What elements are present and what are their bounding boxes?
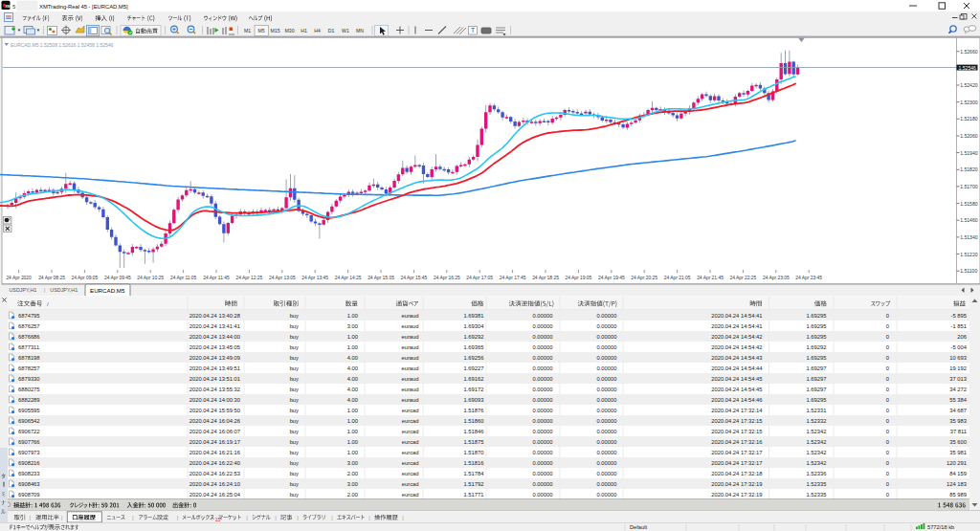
svg-text:1.52342: 1.52342 <box>807 439 827 445</box>
svg-text:35 600: 35 600 <box>949 439 967 445</box>
svg-text:24 Apr 13:05: 24 Apr 13:05 <box>269 276 296 280</box>
svg-text:XM: XM <box>5 5 11 9</box>
svg-text:0.00000: 0.00000 <box>533 408 553 413</box>
svg-text:6906542: 6906542 <box>18 418 40 424</box>
svg-text:2020.04.24 13:44:00: 2020.04.24 13:44:00 <box>189 334 240 340</box>
svg-text:|: | <box>44 287 45 293</box>
svg-text:buy: buy <box>290 481 299 487</box>
svg-text:buy: buy <box>290 344 299 350</box>
svg-text:6907973: 6907973 <box>18 450 40 455</box>
svg-text:0: 0 <box>886 365 889 371</box>
svg-text:0: 0 <box>886 481 889 487</box>
svg-text:0.00000: 0.00000 <box>597 450 617 455</box>
svg-text:6882289: 6882289 <box>18 397 40 403</box>
svg-text:EURCAD,M5 1.52508 1.52616 1.5: EURCAD,M5 1.52508 1.52616 1.52458 1.5254… <box>11 42 114 48</box>
svg-text:6880275: 6880275 <box>18 387 40 392</box>
svg-text:2020.04.24 16:04:26: 2020.04.24 16:04:26 <box>189 418 240 424</box>
svg-text:2020.04.24 14:54:42: 2020.04.24 14:54:42 <box>711 344 762 350</box>
svg-text:0: 0 <box>886 418 889 424</box>
svg-text:85 989: 85 989 <box>949 492 967 498</box>
svg-text:0.00000: 0.00000 <box>533 397 553 403</box>
svg-text:2020.04.24 16:19:17: 2020.04.24 16:19:17 <box>189 439 240 445</box>
svg-text:1.51816: 1.51816 <box>464 460 484 466</box>
svg-text:buy: buy <box>290 387 299 392</box>
svg-text:35 983: 35 983 <box>949 418 967 424</box>
svg-text:1.52342: 1.52342 <box>807 450 827 455</box>
svg-text:0: 0 <box>886 334 889 340</box>
svg-text:0: 0 <box>886 387 889 392</box>
svg-text:2020.04.24 13:41:41: 2020.04.24 13:41:41 <box>189 323 240 329</box>
svg-text:2020.04.24 13:49:51: 2020.04.24 13:49:51 <box>189 365 240 371</box>
svg-text:0.00000: 0.00000 <box>597 439 617 445</box>
svg-text:2020.04.24 17:32:19: 2020.04.24 17:32:19 <box>711 481 762 487</box>
svg-text:2020.04.24 14:54:41: 2020.04.24 14:54:41 <box>711 323 762 329</box>
svg-text:0.00000: 0.00000 <box>597 334 617 340</box>
svg-text:4.00: 4.00 <box>347 387 358 392</box>
svg-text:USDJPY,H1: USDJPY,H1 <box>9 287 36 293</box>
svg-text:1.69295: 1.69295 <box>807 323 827 329</box>
svg-text:1.51771: 1.51771 <box>464 492 484 498</box>
svg-text:1.51940: 1.51940 <box>960 150 978 156</box>
svg-text:24 Apr 17:45: 24 Apr 17:45 <box>500 276 526 280</box>
svg-text:35 981: 35 981 <box>949 450 967 455</box>
svg-text:buy: buy <box>290 471 299 476</box>
svg-text:1.69093: 1.69093 <box>464 397 484 403</box>
svg-text:2020.04.24 17:32:15: 2020.04.24 17:32:15 <box>711 429 762 434</box>
svg-text:euraud: euraud <box>401 376 418 382</box>
svg-text:24 Apr 17:05: 24 Apr 17:05 <box>466 276 493 280</box>
svg-text:buy: buy <box>290 429 299 434</box>
svg-text:0.00000: 0.00000 <box>533 387 553 392</box>
svg-text:3.00: 3.00 <box>347 323 358 329</box>
svg-text:-5 004: -5 004 <box>951 344 968 350</box>
svg-text:4.00: 4.00 <box>347 376 358 382</box>
svg-text:euraud: euraud <box>401 344 418 350</box>
svg-text:D1: D1 <box>328 28 335 33</box>
svg-text:6908709: 6908709 <box>18 492 40 498</box>
svg-text:0: 0 <box>886 323 889 329</box>
svg-text:4.00: 4.00 <box>347 355 358 361</box>
svg-text:1.51340: 1.51340 <box>960 234 978 240</box>
svg-text:0: 0 <box>886 344 889 350</box>
svg-text:1.52342: 1.52342 <box>807 429 827 434</box>
svg-text:24 Apr 12:25: 24 Apr 12:25 <box>236 276 263 280</box>
svg-text:1.69295: 1.69295 <box>807 355 827 361</box>
svg-text:1.00: 1.00 <box>347 439 358 445</box>
svg-text:6906722: 6906722 <box>18 429 40 434</box>
svg-text:24 Apr 20:25: 24 Apr 20:25 <box>631 276 657 280</box>
svg-text:1.52336: 1.52336 <box>807 471 827 476</box>
svg-text:1.00: 1.00 <box>347 429 358 434</box>
svg-text:6876257: 6876257 <box>18 323 40 329</box>
svg-text:euraud: euraud <box>401 355 418 361</box>
svg-text:37 013: 37 013 <box>949 376 967 382</box>
svg-text:euraud: euraud <box>401 323 418 329</box>
svg-text:1.69295: 1.69295 <box>807 334 827 340</box>
svg-text:H1: H1 <box>301 28 307 33</box>
svg-text:2020.04.24 17:32:14: 2020.04.24 17:32:14 <box>711 408 763 413</box>
svg-text:H4: H4 <box>314 28 321 33</box>
svg-text:eurcad: eurcad <box>402 418 419 424</box>
svg-text:1.69295: 1.69295 <box>807 397 827 403</box>
svg-text:eurcad: eurcad <box>402 408 419 413</box>
svg-text:120 291: 120 291 <box>947 460 967 466</box>
svg-text:-5 895: -5 895 <box>951 313 967 319</box>
svg-text:buy: buy <box>290 355 299 361</box>
svg-text:0.00000: 0.00000 <box>597 365 617 371</box>
svg-text:1.51580: 1.51580 <box>960 201 978 207</box>
svg-text:2020.04.24 16:06:07: 2020.04.24 16:06:07 <box>189 429 240 434</box>
svg-text:0.00000: 0.00000 <box>597 481 617 487</box>
svg-text:24 Apr 21:45: 24 Apr 21:45 <box>697 276 724 280</box>
svg-text:euraud: euraud <box>401 313 418 319</box>
svg-text:buy: buy <box>290 439 299 445</box>
svg-text:1.69295: 1.69295 <box>807 313 827 319</box>
svg-text:1.69297: 1.69297 <box>807 387 827 392</box>
svg-text:4.00: 4.00 <box>347 365 358 371</box>
svg-text:2020.04.24 13:40:28: 2020.04.24 13:40:28 <box>189 313 240 319</box>
svg-text:2020.04.24 17:32:18: 2020.04.24 17:32:18 <box>711 471 762 476</box>
svg-text:1.69297: 1.69297 <box>807 376 827 382</box>
svg-text:1.52180: 1.52180 <box>960 116 978 122</box>
svg-text:0.00000: 0.00000 <box>597 418 617 424</box>
svg-text:2020.04.24 17:32:16: 2020.04.24 17:32:16 <box>711 439 762 445</box>
svg-text:2020.04.24 17:32:17: 2020.04.24 17:32:17 <box>711 450 762 455</box>
svg-text:1.51100: 1.51100 <box>960 268 977 274</box>
svg-text:M30: M30 <box>284 28 294 33</box>
